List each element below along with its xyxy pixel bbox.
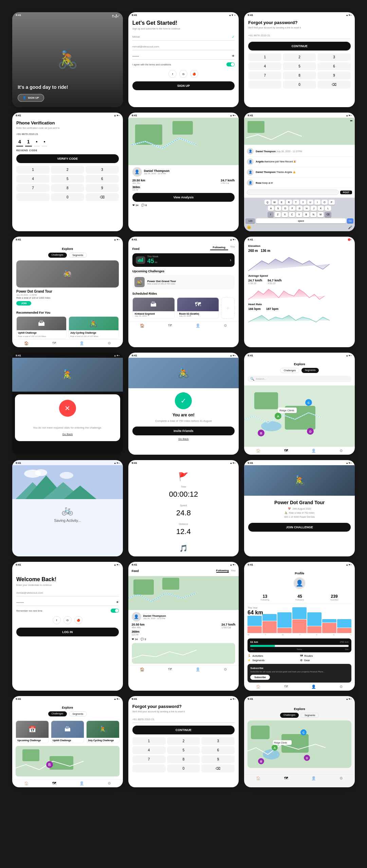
invite-button[interactable]: Invite Friends bbox=[132, 427, 235, 435]
key-f[interactable]: F bbox=[289, 206, 295, 211]
key-4[interactable]: 4 bbox=[16, 175, 50, 183]
digit-4[interactable]: • bbox=[42, 138, 48, 146]
key-k[interactable]: K bbox=[318, 206, 324, 211]
key-4[interactable]: 4 bbox=[132, 746, 166, 754]
nav-profile[interactable]: 👤 bbox=[196, 323, 200, 328]
emoji-icon[interactable]: 😊 bbox=[247, 225, 251, 229]
key-1[interactable]: 1 bbox=[132, 737, 166, 745]
apple-icon[interactable]: 🍎 bbox=[190, 70, 198, 78]
key-backspace[interactable]: ⌫ bbox=[325, 212, 331, 217]
nav-profile[interactable]: 👤 bbox=[311, 776, 316, 781]
key-8[interactable]: 8 bbox=[167, 755, 200, 763]
key-n[interactable]: N bbox=[310, 212, 316, 217]
password-input[interactable]: •••••••• 👁 bbox=[16, 599, 119, 606]
phone-input[interactable]: +91 8876 2310 21 bbox=[132, 716, 235, 723]
facebook-icon[interactable]: f bbox=[53, 616, 61, 624]
nav-home[interactable]: 🏠 bbox=[256, 449, 261, 453]
nav-map[interactable]: 🗺 bbox=[284, 449, 288, 453]
key-d[interactable]: D bbox=[282, 206, 288, 211]
nav-home[interactable]: 🏠 bbox=[24, 341, 29, 346]
key-2[interactable]: 2 bbox=[51, 166, 84, 174]
key-e[interactable]: E bbox=[279, 200, 285, 205]
key-0[interactable]: 0 bbox=[167, 765, 200, 772]
key-0[interactable]: 0 bbox=[283, 81, 316, 88]
key-c[interactable]: C bbox=[289, 212, 295, 217]
tab-challenges[interactable]: Challenges bbox=[48, 253, 67, 258]
name-input[interactable]: Mrinal ✓ bbox=[132, 33, 235, 41]
key-v[interactable]: V bbox=[296, 212, 302, 217]
go-back-link[interactable]: Go Back bbox=[19, 433, 116, 436]
tab-you[interactable]: You bbox=[231, 569, 236, 573]
key-7[interactable]: 7 bbox=[248, 72, 281, 79]
join-challenge-button[interactable]: JOIN CHALLENGE bbox=[248, 523, 351, 532]
phone-input[interactable]: +91 8876 2310 21 bbox=[248, 32, 351, 39]
key-0[interactable]: 0 bbox=[51, 193, 84, 201]
key-u[interactable]: U bbox=[307, 200, 313, 205]
key-8[interactable]: 8 bbox=[283, 72, 316, 79]
nav-map[interactable]: 🗺 bbox=[52, 341, 56, 346]
chevron-right-icon[interactable]: › bbox=[230, 258, 231, 262]
key-8[interactable]: 8 bbox=[51, 184, 84, 192]
tab-segments[interactable]: Segments bbox=[69, 711, 87, 716]
password-input[interactable]: ••••••• 👁 bbox=[132, 53, 235, 60]
key-m[interactable]: M bbox=[317, 212, 324, 217]
tab-segments[interactable]: Segments bbox=[301, 368, 319, 373]
post-button[interactable]: POST bbox=[340, 191, 352, 194]
tab-following[interactable]: Following bbox=[216, 569, 229, 573]
view-analysis-button[interactable]: View Analysis bbox=[132, 193, 235, 202]
key-del[interactable]: ⌫ bbox=[201, 765, 235, 772]
key-x[interactable]: X bbox=[282, 212, 288, 217]
challenge-card-2[interactable]: 🏔 Uphill Challenge bbox=[51, 721, 84, 743]
key-9[interactable]: 9 bbox=[201, 755, 235, 763]
nav-settings[interactable]: ⚙ bbox=[108, 781, 111, 786]
nav-settings[interactable]: ⚙ bbox=[340, 685, 343, 689]
key-g[interactable]: G bbox=[296, 206, 302, 211]
nav-home[interactable]: 🏠 bbox=[140, 323, 145, 328]
key-6[interactable]: 6 bbox=[86, 175, 119, 183]
eye-icon[interactable]: 👁 bbox=[116, 601, 119, 604]
key-space[interactable]: space bbox=[256, 218, 346, 223]
key-b[interactable]: B bbox=[303, 212, 309, 217]
nav-map[interactable]: 🗺 bbox=[168, 323, 172, 328]
email-input[interactable]: mrinal@sitescout.com bbox=[132, 43, 235, 50]
key-go[interactable]: Go bbox=[347, 218, 353, 223]
key-5[interactable]: 5 bbox=[167, 746, 200, 754]
key-o[interactable]: O bbox=[322, 200, 328, 205]
signup-button[interactable]: SIGN UP bbox=[132, 81, 235, 90]
nav-map[interactable]: 🗺 bbox=[284, 776, 288, 781]
key-4[interactable]: 4 bbox=[248, 62, 281, 70]
key-r[interactable]: R bbox=[286, 200, 292, 205]
key-p[interactable]: P bbox=[329, 200, 335, 205]
digit-1[interactable]: 4 bbox=[16, 138, 23, 146]
key-shift[interactable]: ⇧ bbox=[268, 212, 274, 217]
menu-routes[interactable]: 🗺 Routes bbox=[300, 654, 351, 657]
tab-challenges[interactable]: Challenges bbox=[48, 711, 67, 716]
terms-toggle[interactable] bbox=[226, 62, 235, 66]
google-icon[interactable]: G bbox=[63, 616, 72, 624]
key-z[interactable]: Z bbox=[275, 212, 281, 217]
menu-activities[interactable]: 🏃 Activities bbox=[247, 654, 299, 657]
nav-settings[interactable]: ⚙ bbox=[108, 341, 111, 346]
nav-profile[interactable]: 👤 bbox=[79, 781, 84, 786]
key-y[interactable]: Y bbox=[300, 200, 306, 205]
continue-button[interactable]: CONTINUE bbox=[132, 726, 235, 734]
key-123[interactable]: 123 bbox=[245, 218, 255, 223]
key-l[interactable]: L bbox=[325, 206, 331, 211]
key-1[interactable]: 1 bbox=[16, 166, 50, 174]
key-t[interactable]: T bbox=[293, 200, 299, 205]
search-placeholder[interactable]: Search... bbox=[256, 377, 267, 380]
key-6[interactable]: 6 bbox=[317, 62, 351, 70]
nav-settings[interactable]: ⚙ bbox=[340, 449, 343, 453]
nav-map[interactable]: 🗺 bbox=[168, 667, 172, 672]
apple-icon[interactable]: 🍎 bbox=[74, 616, 82, 624]
nav-settings[interactable]: ⚙ bbox=[340, 776, 343, 781]
tab-challenges[interactable]: Challenges bbox=[280, 713, 299, 718]
nav-profile[interactable]: 👤 bbox=[196, 667, 200, 672]
key-5[interactable]: 5 bbox=[283, 62, 316, 70]
key-3[interactable]: 3 bbox=[86, 166, 119, 174]
challenge-card-1[interactable]: 📅 Upcoming Challenge bbox=[16, 721, 49, 743]
key-7[interactable]: 7 bbox=[132, 755, 166, 763]
subscribe-button[interactable]: Subscribe bbox=[250, 675, 270, 680]
nav-home[interactable]: 🏠 bbox=[140, 667, 145, 672]
nav-profile[interactable]: 👤 bbox=[311, 449, 316, 453]
